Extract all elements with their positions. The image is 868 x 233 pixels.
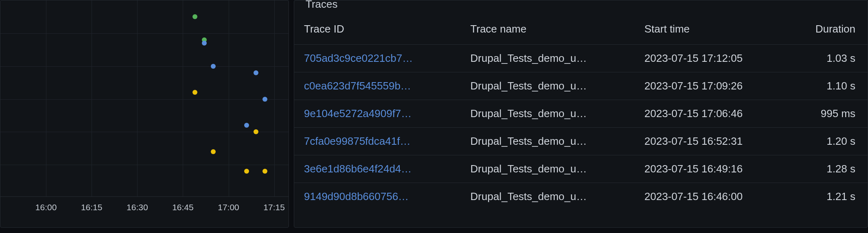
traces-panel: Traces Trace ID Trace name Start time Du… [294,0,868,228]
chart-x-tick: 17:00 [218,203,239,212]
traces-scatter-chart[interactable]: 16:0016:1516:3016:4517:0017:15 [0,0,289,228]
traces-table: Trace ID Trace name Start time Duration … [294,15,868,210]
chart-x-axis: 16:0016:1516:3016:4517:0017:15 [0,201,289,213]
table-row[interactable]: 9e104e5272a4909f7… Drupal_Tests_demo_u… … [294,100,868,128]
chart-plot-area [0,0,289,197]
chart-gridline-h [0,165,289,165]
table-row[interactable]: 9149d90d8b660756… Drupal_Tests_demo_u… 2… [294,183,868,211]
trace-id-link[interactable]: 705ad3c9ce0221cb7… [294,45,461,72]
chart-gridline-v [46,0,46,196]
chart-gridline-h [0,66,289,67]
chart-point-yellow[interactable] [192,90,197,95]
chart-point-blue[interactable] [254,70,258,75]
trace-name-cell: Drupal_Tests_demo_u… [461,72,635,100]
table-row[interactable]: 3e6e1d86b6e4f24d4… Drupal_Tests_demo_u… … [294,155,868,183]
trace-id-link[interactable]: 3e6e1d86b6e4f24d4… [294,155,461,183]
chart-point-yellow[interactable] [254,129,258,134]
chart-gridline-v [183,0,183,196]
trace-id-link[interactable]: 9149d90d8b660756… [294,183,461,211]
chart-x-tick: 16:30 [127,203,148,212]
traces-title: Traces [294,0,868,15]
chart-gridline-h [0,33,289,34]
chart-gridline-v [137,0,138,196]
col-duration[interactable]: Duration [787,15,868,45]
chart-gridline-h [0,132,289,132]
chart-x-tick: 17:15 [263,203,285,212]
chart-point-yellow[interactable] [262,169,267,174]
trace-name-cell: Drupal_Tests_demo_u… [461,45,635,72]
chart-gridline-h [0,99,289,100]
trace-id-link[interactable]: 9e104e5272a4909f7… [294,100,461,128]
chart-gridline-v [229,0,229,196]
chart-point-blue[interactable] [202,41,207,46]
trace-duration-cell: 995 ms [787,100,868,128]
chart-point-yellow[interactable] [244,169,249,174]
table-row[interactable]: c0ea623d7f545559b… Drupal_Tests_demo_u… … [294,72,868,100]
traces-table-body: 705ad3c9ce0221cb7… Drupal_Tests_demo_u… … [294,45,868,211]
chart-gridline-v [92,0,92,196]
chart-point-green[interactable] [192,14,197,19]
table-row[interactable]: 7cfa0e99875fdca41f… Drupal_Tests_demo_u…… [294,128,868,155]
trace-name-cell: Drupal_Tests_demo_u… [461,100,635,128]
trace-duration-cell: 1.21 s [787,183,868,211]
chart-x-tick: 16:00 [35,203,57,212]
chart-point-blue[interactable] [244,123,249,128]
chart-x-tick: 16:45 [172,203,194,212]
trace-id-link[interactable]: c0ea623d7f545559b… [294,72,461,100]
trace-start-cell: 2023-07-15 16:52:31 [635,128,787,155]
table-header-row: Trace ID Trace name Start time Duration [294,15,868,45]
trace-name-cell: Drupal_Tests_demo_u… [461,128,635,155]
chart-point-yellow[interactable] [211,149,216,154]
chart-point-blue[interactable] [211,64,216,69]
trace-start-cell: 2023-07-15 17:12:05 [635,45,787,72]
trace-start-cell: 2023-07-15 17:09:26 [635,72,787,100]
trace-id-link[interactable]: 7cfa0e99875fdca41f… [294,128,461,155]
trace-name-cell: Drupal_Tests_demo_u… [461,155,635,183]
col-trace-id[interactable]: Trace ID [294,15,461,45]
trace-start-cell: 2023-07-15 16:49:16 [635,155,787,183]
trace-duration-cell: 1.10 s [787,72,868,100]
col-start-time[interactable]: Start time [635,15,787,45]
trace-start-cell: 2023-07-15 17:06:46 [635,100,787,128]
chart-gridline-v [274,0,275,196]
trace-duration-cell: 1.20 s [787,128,868,155]
trace-name-cell: Drupal_Tests_demo_u… [461,183,635,211]
table-row[interactable]: 705ad3c9ce0221cb7… Drupal_Tests_demo_u… … [294,45,868,72]
trace-start-cell: 2023-07-15 16:46:00 [635,183,787,211]
trace-duration-cell: 1.28 s [787,155,868,183]
chart-x-tick: 16:15 [81,203,103,212]
col-trace-name[interactable]: Trace name [461,15,635,45]
chart-point-blue[interactable] [262,97,267,102]
trace-duration-cell: 1.03 s [787,45,868,72]
